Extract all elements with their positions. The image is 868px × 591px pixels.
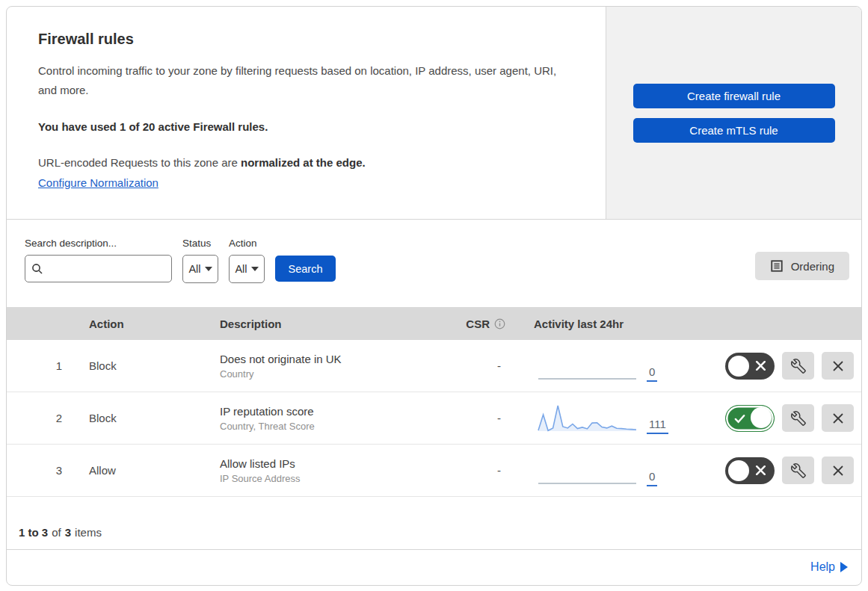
ordering-list-icon [770, 259, 784, 273]
toggle-knob [751, 407, 772, 428]
rule-enabled-toggle[interactable] [725, 353, 775, 380]
edit-rule-button[interactable] [782, 457, 814, 484]
col-header-activity: Activity last 24hr [516, 318, 712, 330]
chevron-down-icon [251, 267, 259, 271]
search-icon [31, 263, 43, 275]
rule-controls [712, 457, 861, 484]
help-label: Help [810, 560, 835, 574]
pagination-summary: 1 to 3 of 3 items [7, 497, 861, 549]
search-label: Search description... [25, 238, 172, 249]
action-value: All [235, 263, 247, 275]
rule-description: IP reputation score [220, 405, 441, 418]
pagination-items: items [75, 526, 102, 539]
activity-count-link[interactable]: 111 [647, 418, 668, 434]
rule-enabled-toggle[interactable] [725, 457, 775, 484]
pagination-of: of [52, 526, 61, 539]
arrow-right-icon [840, 562, 848, 572]
toggle-knob [728, 460, 749, 481]
rule-activity-cell: 0 [516, 350, 712, 382]
info-icon[interactable] [494, 318, 505, 329]
close-icon [831, 411, 846, 426]
rule-priority: 2 [7, 412, 71, 424]
close-icon [831, 359, 846, 374]
rule-description-cell: Does not originate in UK Country [202, 353, 441, 380]
rule-description-cell: Allow listed IPs IP Source Address [202, 457, 441, 484]
rule-csr: - [441, 412, 516, 424]
rule-criteria: IP Source Address [220, 473, 441, 484]
search-box[interactable] [25, 255, 172, 282]
wrench-icon [791, 463, 806, 478]
rule-activity-cell: 0 [516, 455, 712, 486]
create-firewall-rule-button[interactable]: Create firewall rule [633, 84, 835, 108]
col-header-description: Description [202, 318, 441, 330]
wrench-icon [791, 411, 806, 426]
rule-description: Allow listed IPs [220, 457, 441, 470]
create-mtls-rule-button[interactable]: Create mTLS rule [633, 118, 835, 143]
ordering-button[interactable]: Ordering [755, 252, 849, 280]
cta-panel: Create firewall rule Create mTLS rule [606, 7, 861, 219]
top-section: Firewall rules Control incoming traffic … [7, 7, 861, 220]
pagination-total: 3 [65, 526, 71, 539]
rule-action: Block [71, 359, 202, 372]
search-button[interactable]: Search [275, 256, 336, 282]
search-input[interactable] [48, 263, 165, 275]
status-dropdown[interactable]: All [182, 255, 218, 283]
rule-csr: - [441, 359, 516, 372]
rule-criteria: Country [220, 368, 441, 380]
usage-summary: You have used 1 of 20 active Firewall ru… [38, 120, 574, 133]
delete-rule-button[interactable] [822, 457, 854, 484]
rule-action: Allow [71, 464, 202, 477]
help-row: Help [7, 549, 861, 584]
configure-normalization-link[interactable]: Configure Normalization [38, 176, 158, 189]
action-field: Action All [229, 238, 265, 283]
status-field: Status All [182, 238, 218, 283]
rule-csr: - [441, 464, 516, 477]
normalization-prefix: URL-encoded Requests to this zone are [38, 156, 241, 169]
x-icon [754, 359, 768, 373]
rule-description-cell: IP reputation score Country, Threat Scor… [202, 405, 441, 432]
ordering-label: Ordering [791, 260, 834, 273]
x-icon [754, 463, 768, 477]
firewall-rules-page: Firewall rules Control incoming traffic … [6, 6, 862, 586]
close-icon [831, 463, 846, 478]
table-row: 2 Block IP reputation score Country, Thr… [7, 392, 861, 445]
activity-sparkline [537, 403, 638, 434]
table-header: Action Description CSR Activity last 24h… [7, 307, 861, 340]
edit-rule-button[interactable] [782, 352, 814, 380]
delete-rule-button[interactable] [822, 404, 854, 432]
status-value: All [188, 263, 200, 275]
intro-panel: Firewall rules Control incoming traffic … [7, 7, 606, 219]
search-field: Search description... [25, 238, 172, 282]
pagination-range: 1 to 3 [19, 526, 48, 539]
activity-count-link[interactable]: 0 [647, 365, 657, 382]
rule-activity-cell: 111 [516, 403, 712, 434]
page-description: Control incoming traffic to your zone by… [38, 61, 569, 101]
rule-controls [712, 352, 861, 380]
chevron-down-icon [205, 267, 212, 271]
edit-rule-button[interactable] [782, 404, 814, 432]
col-header-csr: CSR [441, 318, 516, 330]
normalization-bold: normalized at the edge. [241, 156, 366, 169]
rule-description: Does not originate in UK [220, 353, 441, 365]
table-row: 1 Block Does not originate in UK Country… [7, 340, 861, 392]
normalization-note: URL-encoded Requests to this zone are no… [38, 154, 574, 172]
filter-bar: Search description... Status All Action … [7, 220, 861, 307]
rule-action: Block [71, 412, 202, 424]
check-icon [733, 412, 746, 425]
activity-count-link[interactable]: 0 [647, 470, 657, 486]
rule-controls [712, 404, 861, 432]
activity-sparkline [537, 350, 638, 382]
wrench-icon [791, 359, 806, 374]
rule-priority: 3 [7, 464, 71, 477]
status-label: Status [182, 238, 218, 249]
delete-rule-button[interactable] [822, 352, 854, 380]
help-link[interactable]: Help [810, 560, 848, 574]
rule-criteria: Country, Threat Score [220, 421, 441, 432]
page-title: Firewall rules [38, 31, 574, 48]
action-dropdown[interactable]: All [229, 255, 265, 283]
rule-enabled-toggle[interactable] [725, 405, 775, 432]
toggle-knob [728, 356, 749, 377]
col-header-action: Action [71, 318, 202, 330]
rule-priority: 1 [7, 359, 71, 372]
action-label: Action [229, 238, 265, 249]
